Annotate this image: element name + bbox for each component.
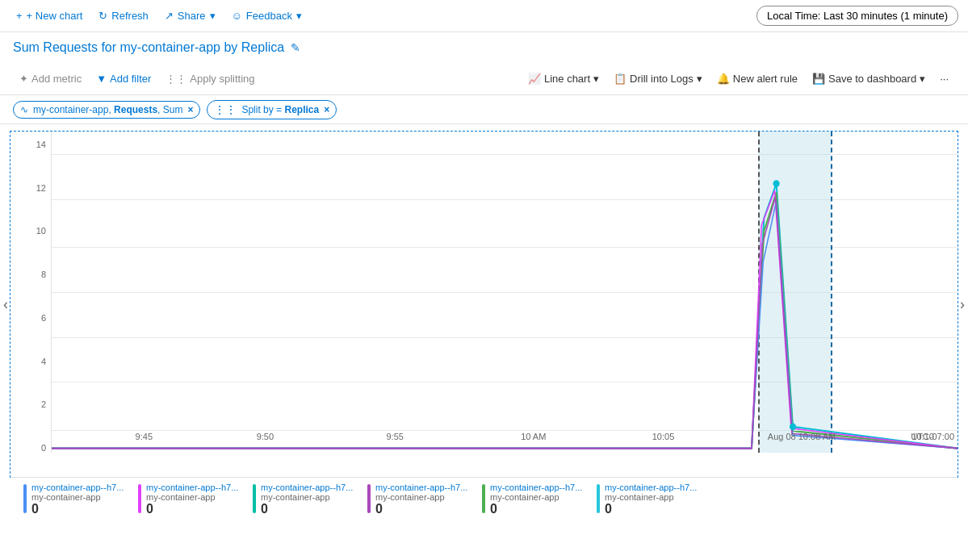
split-tag-close[interactable]: × [324, 104, 329, 115]
legend-sub-5: my-container-app [605, 492, 697, 502]
legend-area: my-container-app--h7... my-container-app… [10, 477, 958, 521]
drill-logs-button[interactable]: 📋 Drill into Logs ▾ [607, 69, 709, 88]
line-chart-chevron: ▾ [593, 73, 599, 85]
page-title: Sum Requests for my-container-app by Rep… [13, 40, 284, 55]
split-tag-label: Split by = Replica [241, 104, 319, 115]
nav-arrow-right[interactable]: › [957, 293, 968, 316]
add-metric-label: Add metric [31, 73, 82, 85]
utc-label: UTC-07:00 [911, 432, 954, 441]
split-filter-tag[interactable]: ⋮⋮ Split by = Replica × [207, 100, 337, 119]
legend-item-3: my-container-app--h7... my-container-app… [367, 483, 472, 516]
legend-color-4 [482, 484, 485, 513]
metric-filter-tag[interactable]: ∿ my-container-app, Requests, Sum × [13, 101, 200, 119]
save-dashboard-label: Save to dashboard [828, 73, 916, 85]
feedback-icon: ☺ [232, 10, 242, 22]
share-icon: ↗ [165, 10, 174, 22]
sparkle-icon: ✦ [19, 73, 28, 85]
line-chart-icon: 📈 [528, 73, 541, 85]
legend-val-4: 0 [490, 502, 582, 516]
drill-logs-label: Drill into Logs [630, 73, 694, 85]
legend-val-0: 0 [31, 502, 124, 516]
legend-text-1: my-container-app--h7... my-container-app… [146, 483, 238, 516]
x-label-955: 9:55 [386, 432, 403, 441]
legend-text-2: my-container-app--h7... my-container-app… [261, 483, 353, 516]
drill-logs-chevron: ▾ [697, 73, 702, 85]
plot-area: 9:45 9:50 9:55 10 AM 10:05 Aug 08 10:08 … [51, 132, 958, 453]
svg-point-0 [773, 180, 780, 187]
feedback-label: Feedback [246, 10, 292, 22]
legend-sub-2: my-container-app [261, 492, 353, 502]
legend-val-5: 0 [605, 502, 697, 516]
chart-outer: ‹ 14 12 10 8 6 4 2 0 [0, 131, 968, 478]
apply-splitting-label: Apply splitting [190, 73, 254, 85]
y-label-2: 2 [41, 399, 46, 409]
chart-inner: 14 12 10 8 6 4 2 0 [10, 132, 958, 477]
ellipsis-icon: ··· [940, 73, 949, 85]
metric-icon: ∿ [20, 104, 28, 115]
x-axis: 9:45 9:50 9:55 10 AM 10:05 Aug 08 10:08 … [92, 428, 958, 453]
legend-text-4: my-container-app--h7... my-container-app… [490, 483, 582, 516]
y-axis: 14 12 10 8 6 4 2 0 [10, 132, 51, 453]
split-tag-icon: ⋮⋮ [214, 103, 237, 116]
legend-sub-3: my-container-app [375, 492, 467, 502]
legend-item-2: my-container-app--h7... my-container-app… [253, 483, 358, 516]
new-alert-rule-label: New alert rule [733, 73, 798, 85]
nav-arrow-left[interactable]: ‹ [0, 293, 11, 316]
legend-name-0: my-container-app--h7... [31, 483, 124, 492]
save-chevron: ▾ [920, 73, 925, 85]
y-label-8: 8 [41, 270, 46, 279]
add-filter-label: Add filter [110, 73, 151, 85]
line-chart-button[interactable]: 📈 Line chart ▾ [522, 69, 606, 88]
refresh-button[interactable]: ↻ Refresh [92, 6, 155, 25]
legend-text-0: my-container-app--h7... my-container-app… [31, 483, 124, 516]
new-chart-label: + New chart [27, 10, 83, 22]
x-label-945: 9:45 [136, 432, 153, 441]
y-label-14: 14 [36, 140, 46, 149]
chart-toolbar-right: 📈 Line chart ▾ 📋 Drill into Logs ▾ 🔔 New… [522, 69, 955, 88]
legend-name-5: my-container-app--h7... [605, 483, 697, 492]
add-filter-button[interactable]: ▼ Add filter [90, 69, 157, 88]
share-button[interactable]: ↗ Share ▾ [158, 6, 222, 25]
x-label-10am: 10 AM [521, 432, 546, 441]
legend-sub-4: my-container-app [490, 492, 582, 502]
feedback-button[interactable]: ☺ Feedback ▾ [225, 6, 308, 25]
time-selector-container: Local Time: Last 30 minutes (1 minute) [756, 6, 958, 26]
legend-color-3 [367, 484, 371, 513]
legend-item-0: my-container-app--h7... my-container-app… [23, 483, 128, 516]
split-icon: ⋮⋮ [166, 73, 186, 85]
apply-splitting-button[interactable]: ⋮⋮ Apply splitting [159, 69, 261, 88]
time-selector-button[interactable]: Local Time: Last 30 minutes (1 minute) [756, 6, 958, 26]
legend-name-2: my-container-app--h7... [261, 483, 353, 492]
metric-tag-close[interactable]: × [187, 104, 193, 115]
plus-icon: + [16, 10, 23, 22]
alert-icon: 🔔 [717, 73, 730, 85]
legend-sub-0: my-container-app [31, 492, 124, 502]
y-label-4: 4 [41, 357, 46, 366]
share-label: Share [178, 10, 206, 22]
new-chart-button[interactable]: + + New chart [10, 6, 89, 25]
more-options-button[interactable]: ··· [933, 69, 955, 88]
legend-val-3: 0 [375, 502, 467, 516]
x-label-950: 9:50 [257, 432, 274, 441]
logs-icon: 📋 [614, 73, 626, 85]
add-metric-button[interactable]: ✦ Add metric [13, 69, 88, 88]
chart-toolbar: ✦ Add metric ▼ Add filter ⋮⋮ Apply split… [0, 63, 968, 95]
chart-container: 14 12 10 8 6 4 2 0 [10, 131, 958, 478]
y-label-0: 0 [41, 443, 46, 453]
legend-name-3: my-container-app--h7... [375, 483, 467, 492]
legend-color-5 [597, 484, 600, 513]
legend-sub-1: my-container-app [146, 492, 238, 502]
legend-val-1: 0 [146, 502, 238, 516]
y-label-6: 6 [41, 313, 46, 323]
y-label-10: 10 [36, 226, 46, 236]
legend-color-0 [23, 484, 27, 513]
save-icon: 💾 [812, 73, 825, 85]
refresh-icon: ↻ [98, 10, 107, 22]
new-alert-rule-button[interactable]: 🔔 New alert rule [710, 69, 804, 88]
legend-text-3: my-container-app--h7... my-container-app… [375, 483, 467, 516]
top-toolbar: + + New chart ↻ Refresh ↗ Share ▾ ☺ Feed… [0, 0, 968, 32]
edit-icon[interactable]: ✎ [291, 41, 300, 54]
save-dashboard-button[interactable]: 💾 Save to dashboard ▾ [806, 69, 932, 88]
filter-tags: ∿ my-container-app, Requests, Sum × ⋮⋮ S… [0, 95, 968, 124]
feedback-chevron: ▾ [296, 10, 302, 22]
